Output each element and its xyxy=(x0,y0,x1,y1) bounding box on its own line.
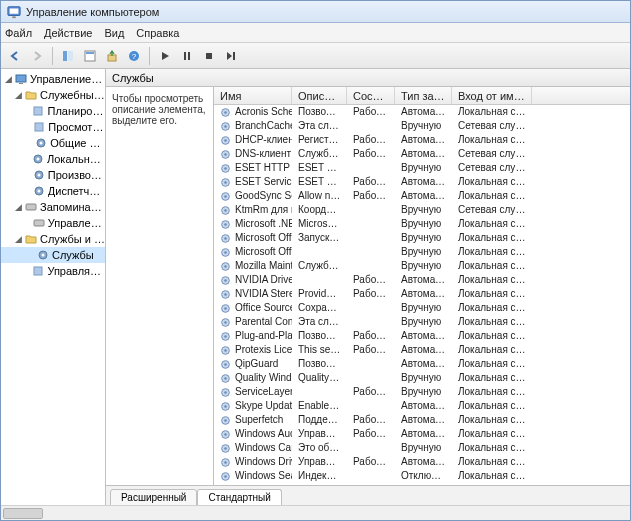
service-row[interactable]: NVIDIA Stereosco...Provides sy...Работае… xyxy=(214,287,630,301)
computer-icon xyxy=(15,73,27,85)
service-row[interactable]: Acronis SchedulerПозволяет...РаботаетАвт… xyxy=(214,105,630,119)
show-hide-tree-button[interactable] xyxy=(58,46,78,66)
tree-wmi[interactable]: Управляющий элемент xyxy=(1,263,105,279)
service-row[interactable]: Microsoft Office G...ВручнуюЛокальная си… xyxy=(214,245,630,259)
node-icon xyxy=(32,265,44,277)
help-button[interactable]: ? xyxy=(124,46,144,66)
cell-state: Работает xyxy=(347,427,395,441)
scrollbar-thumb[interactable] xyxy=(3,508,43,519)
service-row[interactable]: Plug-and-PlayПозволяет...РаботаетАвтомат… xyxy=(214,329,630,343)
tab-standard[interactable]: Стандартный xyxy=(197,489,281,506)
svg-point-21 xyxy=(37,158,40,161)
restart-service-button[interactable] xyxy=(221,46,241,66)
service-name-label: WMI Performance... xyxy=(235,483,292,485)
svg-rect-12 xyxy=(206,53,212,59)
service-row[interactable]: Windows CardSpa...Это обесп...ВручнуюЛок… xyxy=(214,441,630,455)
tree-item[interactable]: Общие папки xyxy=(1,135,105,151)
service-row[interactable]: Windows AudioУправлен...РаботаетАвтомати… xyxy=(214,427,630,441)
menu-help[interactable]: Справка xyxy=(136,27,179,39)
service-row[interactable]: BranchCacheЭта служб...ВручнуюСетевая сл… xyxy=(214,119,630,133)
tree-item[interactable]: Локальные пользователи xyxy=(1,151,105,167)
svg-point-84 xyxy=(224,475,227,478)
cell-state xyxy=(347,161,395,175)
service-row[interactable]: Microsoft Office D...Запуск се...Вручную… xyxy=(214,231,630,245)
cell-state xyxy=(347,483,395,485)
service-row[interactable]: Quality Windows ...Quality Wi...ВручнуюЛ… xyxy=(214,371,630,385)
col-desc[interactable]: Описание xyxy=(292,87,347,104)
service-icon xyxy=(220,471,231,482)
services-list[interactable]: Имя Описание Состояние Тип запуска Вход … xyxy=(214,87,630,485)
horizontal-scrollbar[interactable] xyxy=(1,505,630,520)
menu-file[interactable]: Файл xyxy=(5,27,32,39)
tree-item[interactable]: Управление дисками xyxy=(1,215,105,231)
service-row[interactable]: NVIDIA Driver Hel...РаботаетАвтоматиче..… xyxy=(214,273,630,287)
cell-name: NVIDIA Driver Hel... xyxy=(214,273,292,287)
service-row[interactable]: SuperfetchПоддержи...РаботаетАвтоматиче.… xyxy=(214,413,630,427)
cell-logon: Сетевая служба xyxy=(452,203,532,217)
service-name-label: NVIDIA Stereosco... xyxy=(235,287,292,301)
properties-button[interactable] xyxy=(80,46,100,66)
tree-item[interactable]: Просмотр событий xyxy=(1,119,105,135)
col-startup[interactable]: Тип запуска xyxy=(395,87,452,104)
service-row[interactable]: QipGuardПозволяет...Автоматиче...Локальн… xyxy=(214,357,630,371)
service-row[interactable]: Parental ControlsЭта служб...ВручнуюЛока… xyxy=(214,315,630,329)
tree-node-label: Службы и приложения xyxy=(40,231,105,247)
tree-system-tools[interactable]: ◢Служебные программы xyxy=(1,87,105,103)
service-row[interactable]: ESET HTTP ServerESET HTTP...ВручнуюСетев… xyxy=(214,161,630,175)
service-row[interactable]: KtmRm для коор...Координа...ВручнуюСетев… xyxy=(214,203,630,217)
tree-item[interactable]: Диспетчер устройств xyxy=(1,183,105,199)
service-row[interactable]: Windows SearchИндексир...ОтключенаЛокаль… xyxy=(214,469,630,483)
cell-state xyxy=(347,469,395,483)
service-icon xyxy=(220,387,231,398)
cell-logon: Локальная сис... xyxy=(452,483,532,485)
tree-twist-icon[interactable]: ◢ xyxy=(5,71,12,87)
console-tree[interactable]: ◢Управление компьютером (л◢Служебные про… xyxy=(1,69,106,505)
cell-desc: Управлен... xyxy=(292,427,347,441)
svg-point-78 xyxy=(224,433,227,436)
cell-logon: Локальная слу... xyxy=(452,427,532,441)
service-row[interactable]: Windows Driver F...Управляет...РаботаетА… xyxy=(214,455,630,469)
service-row[interactable]: Office Source Eng...Сохранен...ВручнуюЛо… xyxy=(214,301,630,315)
service-row[interactable]: DHCP-клиентРегистрир...РаботаетАвтоматич… xyxy=(214,133,630,147)
cell-desc: Позволяет... xyxy=(292,357,347,371)
start-service-button[interactable] xyxy=(155,46,175,66)
service-row[interactable]: ServiceLayerРаботаетВручнуюЛокальная сис… xyxy=(214,385,630,399)
tree-storage[interactable]: ◢Запоминающие устройст xyxy=(1,199,105,215)
service-row[interactable]: DNS-клиентСлужба D...РаботаетАвтоматиче.… xyxy=(214,147,630,161)
tree-item[interactable]: Планировщик заданий xyxy=(1,103,105,119)
col-state[interactable]: Состояние xyxy=(347,87,395,104)
cell-desc: Служба п... xyxy=(292,259,347,273)
tree-services-apps[interactable]: ◢Службы и приложения xyxy=(1,231,105,247)
tree-root[interactable]: ◢Управление компьютером (л xyxy=(1,71,105,87)
service-icon xyxy=(220,345,231,356)
tree-twist-icon[interactable]: ◢ xyxy=(15,87,22,103)
menu-action[interactable]: Действие xyxy=(44,27,92,39)
forward-button[interactable] xyxy=(27,46,47,66)
tabs-bar: Расширенный Стандартный xyxy=(106,485,630,505)
cell-desc: Позволяет... xyxy=(292,105,347,119)
service-row[interactable]: GoodSync ServerAllow netw...РаботаетАвто… xyxy=(214,189,630,203)
tab-extended[interactable]: Расширенный xyxy=(110,489,197,506)
svg-point-44 xyxy=(224,195,227,198)
service-row[interactable]: WMI Performance...Provides p...ВручнуюЛо… xyxy=(214,483,630,485)
col-name[interactable]: Имя xyxy=(214,87,292,104)
service-row[interactable]: Protexis Licensing ...This servic...Рабо… xyxy=(214,343,630,357)
service-row[interactable]: ESET ServiceESET ServiceРаботаетАвтомати… xyxy=(214,175,630,189)
pause-service-button[interactable] xyxy=(177,46,197,66)
tree-twist-icon[interactable]: ◢ xyxy=(15,231,22,247)
stop-service-button[interactable] xyxy=(199,46,219,66)
service-row[interactable]: Skype UpdaterEnables th...Автоматиче...Л… xyxy=(214,399,630,413)
service-row[interactable]: Mozilla Maintena...Служба п...ВручнуюЛок… xyxy=(214,259,630,273)
titlebar[interactable]: Управление компьютером xyxy=(1,1,630,23)
tree-services[interactable]: Службы xyxy=(1,247,105,263)
svg-rect-26 xyxy=(26,204,36,210)
menu-view[interactable]: Вид xyxy=(104,27,124,39)
tree-item[interactable]: Производительность xyxy=(1,167,105,183)
service-row[interactable]: Microsoft .NET Fr...Microsoft ...Вручную… xyxy=(214,217,630,231)
cell-name: ServiceLayer xyxy=(214,385,292,399)
export-button[interactable] xyxy=(102,46,122,66)
back-button[interactable] xyxy=(5,46,25,66)
col-logon[interactable]: Вход от имени xyxy=(452,87,532,104)
tree-twist-icon[interactable]: ◢ xyxy=(15,199,22,215)
cell-state: Работает xyxy=(347,385,395,399)
